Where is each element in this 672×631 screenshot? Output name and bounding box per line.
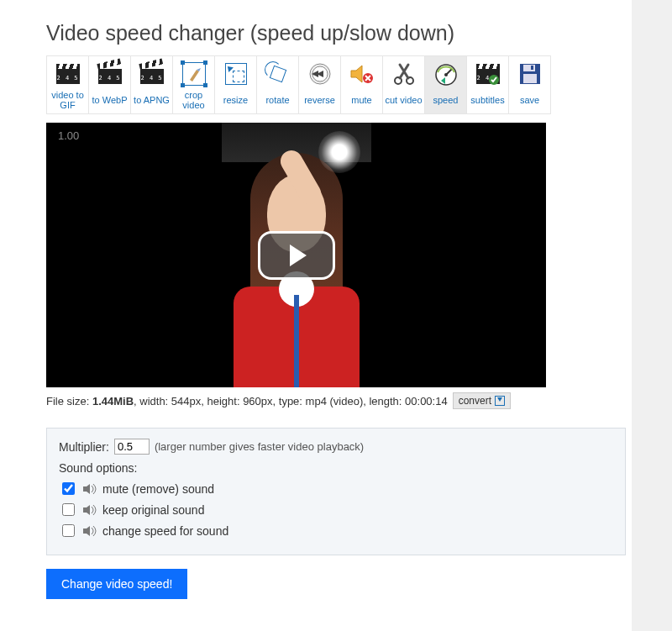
convert-button[interactable]: convert bbox=[453, 392, 511, 409]
video-speed-overlay: 1.00 bbox=[58, 129, 79, 142]
tool-label: resize bbox=[223, 90, 248, 110]
sound-option-label: change speed for sound bbox=[102, 524, 228, 538]
tool-rotate[interactable]: rotate bbox=[257, 56, 299, 113]
speaker-icon bbox=[82, 483, 97, 495]
tool-subtitles[interactable]: 2 4 5 subtitles bbox=[467, 56, 509, 113]
tool-label: save bbox=[520, 90, 539, 110]
tool-label: speed bbox=[433, 90, 459, 110]
tool-resize[interactable]: resize bbox=[215, 56, 257, 113]
svg-rect-11 bbox=[531, 66, 533, 70]
tool-mute[interactable]: mute bbox=[341, 56, 383, 113]
svg-rect-10 bbox=[523, 74, 537, 83]
resize-icon bbox=[223, 61, 249, 87]
tool-label: to APNG bbox=[134, 90, 170, 110]
tool-label: mute bbox=[351, 90, 371, 110]
file-size-prefix: File size: bbox=[46, 395, 92, 408]
tool-cut-video[interactable]: cut video bbox=[383, 56, 425, 113]
reverse-icon bbox=[307, 61, 333, 87]
tool-label: reverse bbox=[304, 90, 335, 110]
video-preview: 1.00 bbox=[46, 123, 546, 387]
tool-reverse[interactable]: reverse bbox=[299, 56, 341, 113]
clapper-icon: 2 4 5 bbox=[55, 61, 81, 87]
save-icon bbox=[517, 61, 543, 87]
sound-option-label: mute (remove) sound bbox=[102, 482, 214, 496]
sound-option-keep: keep original sound bbox=[59, 501, 613, 518]
play-icon bbox=[290, 245, 307, 266]
tool-crop-video[interactable]: crop video bbox=[173, 56, 215, 113]
tool-label: crop video bbox=[175, 90, 213, 110]
download-icon bbox=[495, 396, 505, 406]
sound-keep-checkbox[interactable] bbox=[62, 503, 75, 516]
sound-options-title: Sound options: bbox=[59, 461, 613, 475]
sound-mute-checkbox[interactable] bbox=[62, 482, 75, 495]
tool-to-webp[interactable]: 2 4 5 to WebP bbox=[89, 56, 131, 113]
multiplier-hint: (larger number gives faster video playba… bbox=[155, 440, 364, 453]
play-button[interactable] bbox=[258, 231, 335, 280]
convert-label: convert bbox=[459, 395, 491, 407]
file-size-value: 1.44MiB bbox=[92, 395, 134, 408]
multiplier-label: Multiplier: bbox=[59, 440, 109, 454]
mute-icon bbox=[349, 61, 375, 87]
tool-label: cut video bbox=[385, 90, 422, 110]
tool-save[interactable]: save bbox=[509, 56, 551, 113]
file-info-rest: , width: 544px, height: 960px, type: mp4… bbox=[134, 395, 448, 408]
sound-change-checkbox[interactable] bbox=[62, 524, 75, 537]
file-info: File size: 1.44MiB, width: 544px, height… bbox=[46, 392, 626, 409]
crop-icon bbox=[181, 61, 207, 87]
speaker-icon bbox=[82, 525, 97, 537]
tool-video-to-gif[interactable]: 2 4 5 video to GIF bbox=[47, 56, 89, 113]
speedometer-icon bbox=[433, 61, 459, 87]
scissors-icon bbox=[391, 61, 417, 87]
speed-options-panel: Multiplier: (larger number gives faster … bbox=[46, 428, 626, 555]
speaker-icon bbox=[82, 504, 97, 516]
multiplier-input[interactable] bbox=[114, 439, 150, 455]
tool-speed[interactable]: speed bbox=[425, 56, 467, 113]
sound-option-change: change speed for sound bbox=[59, 522, 613, 539]
tool-label: subtitles bbox=[470, 90, 504, 110]
tool-label: to WebP bbox=[92, 90, 128, 110]
page-title: Video speed changer (speed up/slow down) bbox=[46, 21, 626, 45]
subtitles-icon: 2 4 5 bbox=[475, 61, 501, 87]
change-speed-button[interactable]: Change video speed! bbox=[46, 569, 187, 599]
rotate-icon bbox=[265, 61, 291, 87]
sound-option-label: keep original sound bbox=[102, 503, 204, 517]
clapper-icon: 2 4 5 bbox=[97, 61, 123, 87]
clapper-icon: 2 4 5 bbox=[139, 61, 165, 87]
svg-point-6 bbox=[444, 73, 448, 76]
tool-label: rotate bbox=[265, 90, 289, 110]
toolbar: 2 4 5 video to GIF 2 4 5 to WebP 2 4 5 t… bbox=[46, 55, 551, 114]
sound-option-mute: mute (remove) sound bbox=[59, 480, 613, 497]
tool-label: video to GIF bbox=[49, 90, 87, 110]
tool-to-apng[interactable]: 2 4 5 to APNG bbox=[131, 56, 173, 113]
